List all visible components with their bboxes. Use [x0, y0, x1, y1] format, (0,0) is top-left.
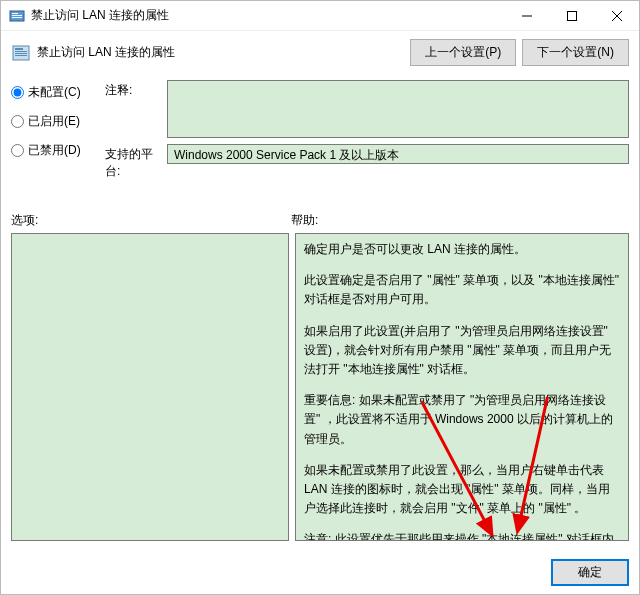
comment-input[interactable] [167, 80, 629, 138]
help-p1: 此设置确定是否启用了 "属性" 菜单项，以及 "本地连接属性" 对话框是否对用户… [304, 271, 620, 309]
svg-rect-1 [12, 13, 18, 14]
radio-not-configured[interactable]: 未配置(C) [11, 84, 105, 101]
radio-not-configured-input[interactable] [11, 86, 24, 99]
titlebar[interactable]: 禁止访问 LAN 连接的属性 [1, 1, 639, 31]
svg-rect-2 [12, 15, 22, 16]
previous-setting-button[interactable]: 上一个设置(P) [410, 39, 516, 66]
platform-label: 支持的平台: [105, 144, 167, 180]
window-controls [504, 1, 639, 30]
help-p4: 如果未配置或禁用了此设置，那么，当用户右键单击代表 LAN 连接的图标时，就会出… [304, 461, 620, 519]
comment-row: 注释: [105, 80, 629, 138]
maximize-button[interactable] [549, 1, 594, 30]
options-panel[interactable] [11, 233, 289, 541]
content-area: 禁止访问 LAN 连接的属性 上一个设置(P) 下一个设置(N) 未配置(C) … [1, 31, 639, 551]
fields-column: 注释: 支持的平台: Windows 2000 Service Pack 1 及… [105, 80, 629, 186]
svg-rect-12 [15, 55, 27, 56]
svg-rect-9 [15, 48, 23, 50]
minimize-button[interactable] [504, 1, 549, 30]
platform-value: Windows 2000 Service Pack 1 及以上版本 [167, 144, 629, 164]
help-p2: 如果启用了此设置(并启用了 "为管理员启用网络连接设置" 设置)，就会针对所有用… [304, 322, 620, 380]
radio-not-configured-label: 未配置(C) [28, 84, 81, 101]
svg-rect-3 [12, 17, 22, 18]
radio-enabled-label: 已启用(E) [28, 113, 80, 130]
app-icon [9, 8, 25, 24]
svg-rect-10 [15, 51, 27, 52]
radio-disabled-label: 已禁用(D) [28, 142, 81, 159]
properties-window: 禁止访问 LAN 连接的属性 禁止访问 LAN 连接的属性 上一个设置(P) 下… [0, 0, 640, 595]
help-panel[interactable]: 确定用户是否可以更改 LAN 连接的属性。 此设置确定是否启用了 "属性" 菜单… [295, 233, 629, 541]
ok-button[interactable]: 确定 [551, 559, 629, 586]
panels: 确定用户是否可以更改 LAN 连接的属性。 此设置确定是否启用了 "属性" 菜单… [11, 233, 629, 541]
help-label: 帮助: [291, 212, 318, 229]
radio-enabled-input[interactable] [11, 115, 24, 128]
nav-buttons: 上一个设置(P) 下一个设置(N) [410, 39, 629, 66]
radio-enabled[interactable]: 已启用(E) [11, 113, 105, 130]
comment-label: 注释: [105, 80, 167, 99]
svg-rect-11 [15, 53, 27, 54]
window-title: 禁止访问 LAN 连接的属性 [31, 7, 504, 24]
header-row: 禁止访问 LAN 连接的属性 上一个设置(P) 下一个设置(N) [11, 39, 629, 66]
radio-disabled[interactable]: 已禁用(D) [11, 142, 105, 159]
dialog-footer: 确定 [1, 551, 639, 594]
radio-disabled-input[interactable] [11, 144, 24, 157]
svg-rect-5 [567, 11, 576, 20]
policy-title: 禁止访问 LAN 连接的属性 [37, 44, 410, 61]
panel-labels: 选项: 帮助: [11, 212, 629, 229]
next-setting-button[interactable]: 下一个设置(N) [522, 39, 629, 66]
policy-icon [11, 43, 31, 63]
config-row: 未配置(C) 已启用(E) 已禁用(D) 注释: 支持的平台: [11, 80, 629, 186]
help-p0: 确定用户是否可以更改 LAN 连接的属性。 [304, 240, 620, 259]
help-p5: 注意: 此设置优先于那些用来操作 "本地连接属性" 对话框内功能可用性的设置。如… [304, 530, 620, 541]
close-button[interactable] [594, 1, 639, 30]
platform-row: 支持的平台: Windows 2000 Service Pack 1 及以上版本 [105, 144, 629, 180]
help-p3: 重要信息: 如果未配置或禁用了 "为管理员启用网络连接设置" ，此设置将不适用于… [304, 391, 620, 449]
state-radios: 未配置(C) 已启用(E) 已禁用(D) [11, 80, 105, 186]
options-label: 选项: [11, 212, 291, 229]
